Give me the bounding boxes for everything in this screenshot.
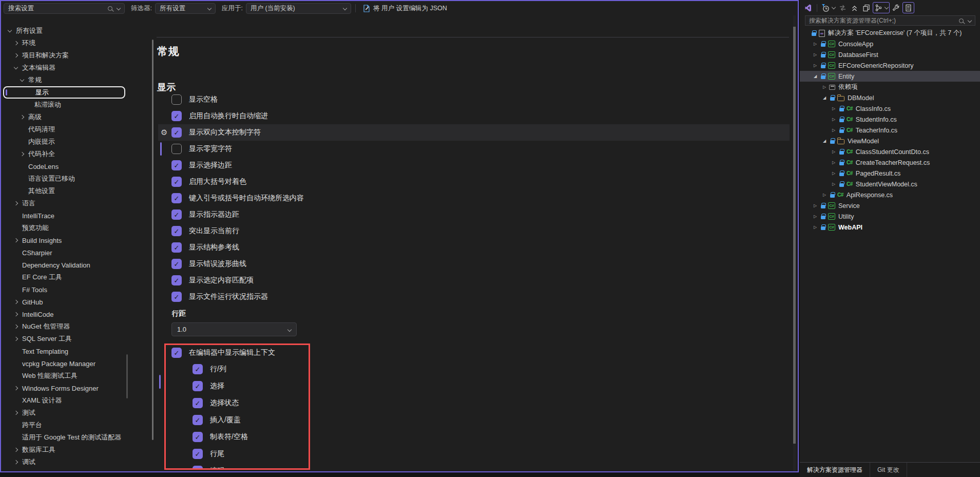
checkbox[interactable] xyxy=(171,193,182,203)
filter-dropdown[interactable]: 所有设置 xyxy=(155,3,216,14)
sidebar-item[interactable]: 高级 xyxy=(1,111,127,123)
sidebar-item[interactable]: SQL Server 工具 xyxy=(1,333,127,345)
sidebar-item[interactable]: 代码清理 xyxy=(1,123,127,136)
checkbox[interactable] xyxy=(171,127,182,138)
tree-row[interactable]: ◢C#Entity xyxy=(800,71,980,82)
tree-row[interactable]: ▷C#PagedResult.cs xyxy=(800,168,980,179)
sidebar-item[interactable]: CSharpier xyxy=(1,246,127,259)
expander-collapsed-icon[interactable]: ▷ xyxy=(831,128,837,132)
scope-link-icon[interactable] xyxy=(873,2,890,13)
sidebar-item[interactable]: 所有设置 xyxy=(1,25,127,37)
expander-collapsed-icon[interactable]: ▷ xyxy=(831,150,837,154)
expander-collapsed-icon[interactable]: ▷ xyxy=(812,53,818,57)
sidebar-item[interactable]: 文本编辑器 xyxy=(1,62,127,74)
sidebar-item[interactable]: NuGet 包管理器 xyxy=(1,320,127,333)
checkbox[interactable] xyxy=(171,111,182,121)
sidebar-item[interactable]: Build Insights xyxy=(1,234,127,246)
sidebar-item[interactable]: 内嵌提示 xyxy=(1,136,127,148)
sidebar-item[interactable]: GitHub xyxy=(1,296,127,308)
sidebar-item[interactable]: Text Templating xyxy=(1,345,127,357)
content-scrollbar[interactable] xyxy=(152,40,153,440)
search-icon[interactable] xyxy=(108,6,112,11)
checkbox[interactable] xyxy=(171,226,182,236)
sidebar-item[interactable]: Dependency Validation xyxy=(1,259,127,271)
sidebar-item[interactable]: 测试 xyxy=(1,407,127,419)
sidebar-item[interactable]: 预览功能 xyxy=(1,222,127,234)
sidebar-item[interactable]: 数据库工具 xyxy=(1,444,127,456)
sidebar-item[interactable]: 其他设置 xyxy=(1,185,127,197)
tree-row[interactable]: ▷C#CreateTeacherRequest.cs xyxy=(800,157,980,168)
tree-row[interactable]: ◢ViewModel xyxy=(800,136,980,146)
sidebar-item[interactable]: 显示 xyxy=(3,86,125,99)
expander-collapsed-icon[interactable]: ▷ xyxy=(812,204,818,208)
sidebar-item[interactable]: 语言设置已移动 xyxy=(1,173,127,185)
sidebar-item[interactable]: F# Tools xyxy=(1,283,127,296)
tree-row[interactable]: ▷C#WebAPI xyxy=(800,222,980,233)
expander-collapsed-icon[interactable]: ▷ xyxy=(831,118,837,122)
expander-collapsed-icon[interactable]: ▷ xyxy=(812,215,818,219)
apply-to-dropdown[interactable]: 用户 (当前安装) xyxy=(246,3,351,14)
checkbox[interactable] xyxy=(193,381,203,391)
tree-row[interactable]: ▷C#ApiResponse.cs xyxy=(800,189,980,200)
checkbox[interactable] xyxy=(171,275,182,285)
line-spacing-dropdown[interactable]: 1.0 xyxy=(171,322,297,336)
sidebar-item[interactable]: CodeLens xyxy=(1,160,127,173)
sidebar-item[interactable]: Windows Forms Designer xyxy=(1,382,127,394)
tree-row[interactable]: ▷C#StudentViewModel.cs xyxy=(800,179,980,189)
expander-collapsed-icon[interactable]: ▷ xyxy=(812,42,818,46)
expander-collapsed-icon[interactable]: ▷ xyxy=(831,171,837,176)
tree-row[interactable]: ▷C#ClassStudentCountDto.cs xyxy=(800,146,980,157)
window-scrollbar-thumb[interactable] xyxy=(793,27,796,444)
sidebar-item[interactable]: Web 性能测试工具 xyxy=(1,370,127,382)
sidebar-item[interactable]: IntelliCode xyxy=(1,308,127,320)
show-all-files-icon[interactable] xyxy=(861,2,872,13)
preview-selected-icon[interactable] xyxy=(902,2,914,13)
sidebar-item[interactable]: 常规 xyxy=(1,74,127,86)
expander-collapsed-icon[interactable]: ▷ xyxy=(831,107,837,111)
checkbox[interactable] xyxy=(171,160,182,170)
expander-collapsed-icon[interactable]: ▷ xyxy=(821,193,828,197)
sidebar-item[interactable]: IntelliTrace xyxy=(1,209,127,222)
window-scrollbar-track[interactable] xyxy=(793,15,796,471)
sidebar-item[interactable]: 语言 xyxy=(1,197,127,209)
sidebar-scrollbar[interactable] xyxy=(126,354,128,398)
checkbox[interactable] xyxy=(193,466,203,470)
sidebar-item[interactable]: 粘滞滚动 xyxy=(1,99,127,111)
edit-settings-as-json-button[interactable]: 将 用户 设置编辑为 JSON xyxy=(360,3,450,14)
sidebar-item[interactable]: XAML 设计器 xyxy=(1,394,127,407)
checkbox[interactable] xyxy=(193,432,203,442)
tree-row[interactable]: ▷C#DatabaseFirst xyxy=(800,49,980,60)
tree-row[interactable]: ▷依赖项 xyxy=(800,82,980,92)
tree-row[interactable]: ▷C#Service xyxy=(800,200,980,211)
checkbox[interactable] xyxy=(171,209,182,220)
sidebar-item[interactable]: vcpkg Package Manager xyxy=(1,357,127,370)
expander-expanded-icon[interactable]: ◢ xyxy=(821,139,828,143)
sidebar-item[interactable]: EF Core 工具 xyxy=(1,271,127,283)
checkbox[interactable] xyxy=(171,259,182,269)
search-icon[interactable] xyxy=(959,18,964,23)
expander-collapsed-icon[interactable]: ▷ xyxy=(831,182,837,186)
tree-row[interactable]: ▷C#StudentInfo.cs xyxy=(800,114,980,125)
sidebar-item[interactable]: 项目和解决方案 xyxy=(1,49,127,62)
checkbox[interactable] xyxy=(193,415,203,425)
solution-explorer-search-input[interactable]: 搜索解决方案资源管理器(Ctrl+;) xyxy=(805,15,975,26)
tree-row[interactable]: ▷C#ClassInfo.cs xyxy=(800,103,980,114)
tree-row[interactable]: ◢DBModel xyxy=(800,92,980,103)
gear-icon[interactable]: ⚙ xyxy=(161,128,167,137)
collapse-all-icon[interactable] xyxy=(849,2,860,13)
expander-collapsed-icon[interactable]: ▷ xyxy=(831,161,837,165)
checkbox[interactable] xyxy=(193,398,203,408)
chevron-down-icon[interactable] xyxy=(117,6,121,10)
history-filter-icon[interactable] xyxy=(820,2,836,13)
tree-row[interactable]: ▷C#EFCoreGenericRepository xyxy=(800,60,980,71)
checkbox[interactable] xyxy=(171,242,182,253)
switch-views-icon[interactable] xyxy=(803,2,814,13)
expander-collapsed-icon[interactable]: ▷ xyxy=(812,64,818,68)
checkbox[interactable] xyxy=(171,348,182,358)
tree-row[interactable]: ▷C#ConsoleApp xyxy=(800,39,980,49)
sidebar-item[interactable]: 调试 xyxy=(1,456,127,468)
search-settings-input[interactable]: 搜索设置 xyxy=(4,3,125,14)
sync-active-document-icon[interactable] xyxy=(837,2,848,13)
expander-collapsed-icon[interactable]: ▷ xyxy=(812,225,818,230)
checkbox[interactable] xyxy=(171,144,182,154)
